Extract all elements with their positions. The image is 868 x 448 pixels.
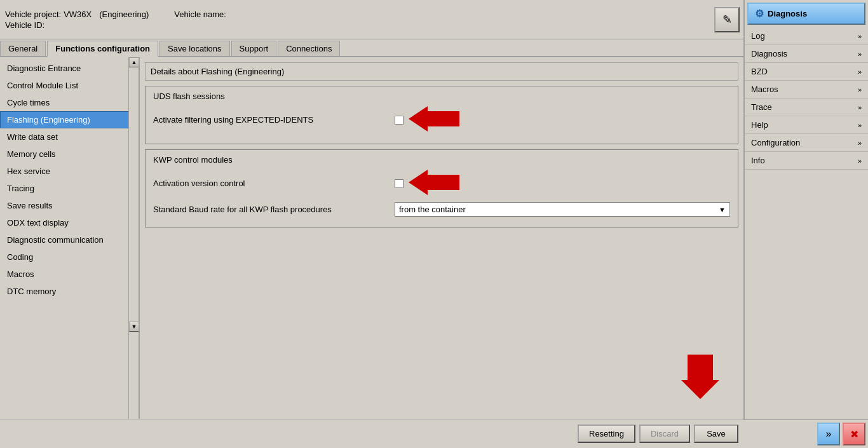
discard-button[interactable]: Discard <box>639 424 690 443</box>
right-panel-label-bzd: BZD <box>751 67 768 76</box>
svg-marker-1 <box>409 170 459 195</box>
edit-icon: ✎ <box>722 13 732 27</box>
engineering-label: (Engineering) <box>99 10 149 19</box>
expand-arrow-configuration: » <box>858 139 862 147</box>
sidebar: Diagnostic EntranceControl Module ListCy… <box>0 57 140 419</box>
right-panel-label-help: Help <box>751 120 768 130</box>
save-arrow-area <box>145 355 719 399</box>
kwp-baud-row: Standard Baud rate for all KWP flash pro… <box>153 202 730 217</box>
content-split: Diagnostic EntranceControl Module ListCy… <box>0 57 743 419</box>
kwp-baud-value: from the container <box>399 205 466 214</box>
close-button[interactable]: ✖ <box>843 423 865 445</box>
main-area: GeneralFunctions configurationSave locat… <box>0 39 743 448</box>
save-button[interactable]: Save <box>694 424 738 443</box>
sidebar-item-tracing[interactable]: Tracing <box>0 180 139 197</box>
sidebar-item-flashing-engineering[interactable]: Flashing (Engineering) <box>0 111 139 128</box>
right-panel-item-info[interactable]: Info» <box>745 152 868 170</box>
right-panel-item-diagnosis[interactable]: Diagnosis» <box>745 45 868 63</box>
right-panel: ⚙ Diagnosis Log»Diagnosis»BZD»Macros»Tra… <box>743 0 868 448</box>
right-panel-item-trace[interactable]: Trace» <box>745 98 868 116</box>
tab-functions-configuration[interactable]: Functions configuration <box>47 41 158 57</box>
resetting-button[interactable]: Resetting <box>578 424 635 443</box>
scroll-up-button[interactable]: ▲ <box>129 57 139 67</box>
scroll-down-button[interactable]: ▼ <box>129 322 139 332</box>
arrow-save-down <box>681 355 719 399</box>
right-panel-items: Log»Diagnosis»BZD»Macros»Trace»Help»Conf… <box>745 27 868 170</box>
sidebar-item-diagnostic-entrance[interactable]: Diagnostic Entrance <box>0 60 139 77</box>
tab-support[interactable]: Support <box>231 41 277 56</box>
right-panel-item-configuration[interactable]: Configuration» <box>745 134 868 152</box>
sidebar-item-cycle-times[interactable]: Cycle times <box>0 94 139 111</box>
content-panel: Details about Flashing (Engineering) UDS… <box>140 57 743 419</box>
expand-arrow-diagnosis: » <box>858 50 862 58</box>
right-panel-item-help[interactable]: Help» <box>745 116 868 134</box>
tab-connections[interactable]: Connections <box>278 41 340 56</box>
diagnosis-label: Diagnosis <box>768 9 807 18</box>
expand-arrow-help: » <box>858 121 862 129</box>
kwp-section: KWP control modules Activation version c… <box>145 149 738 227</box>
sidebar-item-memory-cells[interactable]: Memory cells <box>0 146 139 163</box>
edit-icon-button[interactable]: ✎ <box>714 7 740 32</box>
kwp-baud-label: Standard Baud rate for all KWP flash pro… <box>153 205 395 214</box>
dropdown-arrow-icon: ▼ <box>719 206 726 214</box>
diagnosis-gear-icon: ⚙ <box>755 8 764 20</box>
kwp-activation-row: Activation version control <box>153 170 730 197</box>
details-box: Details about Flashing (Engineering) <box>145 62 738 81</box>
expand-arrow-info: » <box>858 157 862 165</box>
svg-marker-2 <box>681 355 719 399</box>
arrow-kwp-activation <box>409 170 459 197</box>
header-center: ✎ <box>714 7 740 32</box>
expand-arrow-trace: » <box>858 104 862 111</box>
sidebar-item-save-results[interactable]: Save results <box>0 197 139 214</box>
bottom-bar: Resetting Discard Save <box>0 419 743 448</box>
expand-arrow-macros: » <box>858 86 862 93</box>
diagnosis-button[interactable]: ⚙ Diagnosis <box>747 3 865 25</box>
arrow-uds <box>409 106 459 133</box>
uds-checkbox-label: Activate filtering using EXPECTED-IDENTS <box>153 115 395 125</box>
vehicle-name-label: Vehicle name: <box>174 10 226 19</box>
tabs-bar: GeneralFunctions configurationSave locat… <box>0 39 743 57</box>
sidebar-item-odx-text-display[interactable]: ODX text display <box>0 214 139 231</box>
right-panel-item-bzd[interactable]: BZD» <box>745 63 868 81</box>
sidebar-scroll-track: ▲ ▼ <box>128 57 139 419</box>
uds-filter-row: Activate filtering using EXPECTED-IDENTS <box>153 106 730 133</box>
tab-save-locations[interactable]: Save locations <box>159 41 230 56</box>
right-panel-label-macros: Macros <box>751 85 778 94</box>
details-title: Details about Flashing (Engineering) <box>151 67 284 76</box>
kwp-baud-dropdown[interactable]: from the container ▼ <box>395 202 730 217</box>
right-panel-label-diagnosis: Diagnosis <box>751 49 787 58</box>
kwp-section-label: KWP control modules <box>153 155 730 165</box>
expand-arrow-log: » <box>858 32 862 40</box>
uds-section: UDS flash sessions Activate filtering us… <box>145 86 738 144</box>
right-panel-item-log[interactable]: Log» <box>745 27 868 45</box>
uds-filter-checkbox[interactable] <box>395 116 403 125</box>
forward-button[interactable]: » <box>817 423 840 445</box>
uds-section-label: UDS flash sessions <box>153 92 730 101</box>
sidebar-item-macros[interactable]: Macros <box>0 266 139 283</box>
right-panel-label-trace: Trace <box>751 102 772 112</box>
sidebar-item-dtc-memory[interactable]: DTC memory <box>0 283 139 300</box>
right-bottom-buttons: » ✖ <box>743 419 868 448</box>
header-left: Vehicle project: VW36X (Engineering) Veh… <box>5 8 702 31</box>
sidebar-item-coding[interactable]: Coding <box>0 248 139 266</box>
expand-arrow-bzd: » <box>858 68 862 76</box>
sidebar-item-control-module-list[interactable]: Control Module List <box>0 77 139 94</box>
header: Vehicle project: VW36X (Engineering) Veh… <box>0 0 868 39</box>
right-panel-label-configuration: Configuration <box>751 138 800 147</box>
right-panel-item-macros[interactable]: Macros» <box>745 81 868 98</box>
kwp-activation-checkbox[interactable] <box>395 179 403 188</box>
sidebar-list: Diagnostic EntranceControl Module ListCy… <box>0 57 139 302</box>
sidebar-item-write-data-set[interactable]: Write data set <box>0 128 139 146</box>
right-panel-label-log: Log <box>751 31 765 41</box>
right-panel-label-info: Info <box>751 156 765 165</box>
vehicle-id-label: Vehicle ID: <box>5 20 44 30</box>
sidebar-item-diagnostic-communication[interactable]: Diagnostic communication <box>0 231 139 248</box>
vehicle-project-value: VW36X <box>64 10 92 19</box>
tab-general[interactable]: General <box>0 41 46 56</box>
svg-marker-0 <box>409 106 459 132</box>
kwp-activation-label: Activation version control <box>153 179 395 188</box>
vehicle-project-label: Vehicle project: <box>5 10 61 19</box>
sidebar-item-hex-service[interactable]: Hex service <box>0 163 139 180</box>
